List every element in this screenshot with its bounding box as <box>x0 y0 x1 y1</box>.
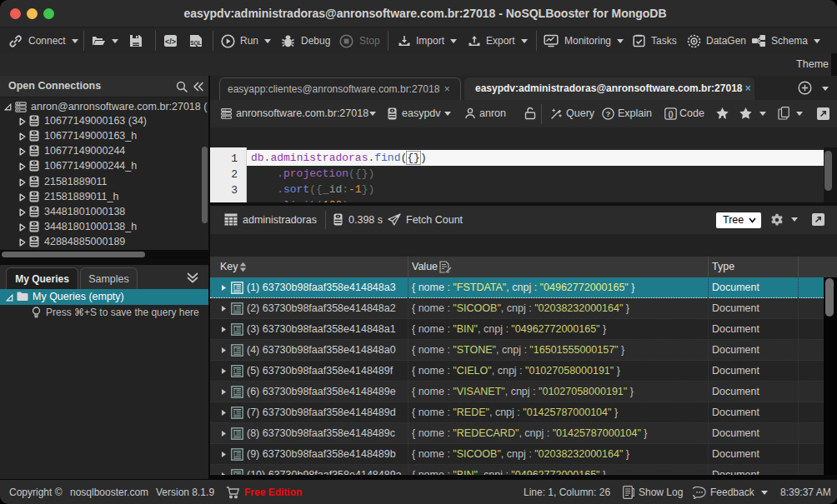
svg-text:SQL: SQL <box>190 40 201 47</box>
svg-text:(): () <box>668 109 673 118</box>
svg-text:</>: </> <box>165 37 176 46</box>
svg-text:?: ? <box>606 109 611 118</box>
